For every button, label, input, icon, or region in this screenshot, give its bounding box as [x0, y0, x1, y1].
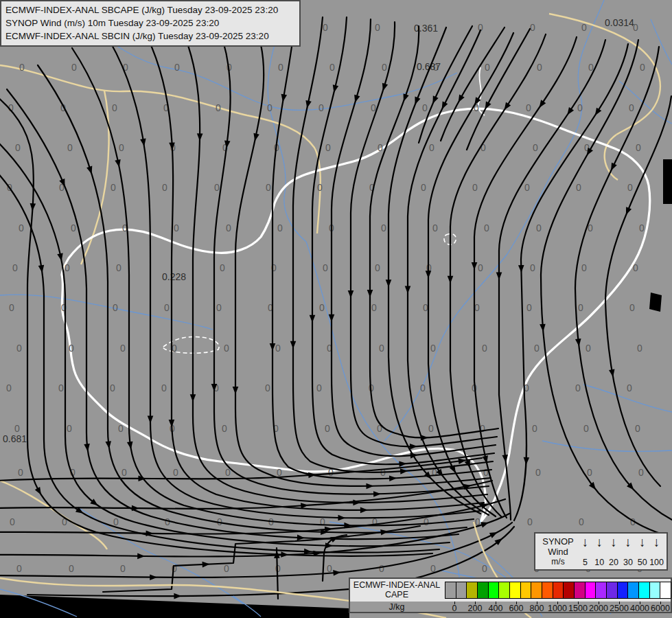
grid-value-zero: 0: [421, 182, 426, 193]
grid-value-zero: 0: [226, 222, 231, 233]
cape-legend-param: CAPE: [350, 590, 443, 599]
river: [651, 19, 672, 65]
streamline-arrowhead: [367, 290, 373, 297]
cape-color-cell: [617, 582, 629, 599]
grid-value-zero: 0: [71, 222, 76, 233]
streamline-arrowhead: [400, 468, 408, 474]
country-border: [0, 481, 107, 549]
grid-value-zero: 0: [67, 142, 73, 153]
grid-value-zero: 0: [537, 62, 542, 73]
grid-value-zero: 0: [121, 467, 127, 478]
grid-value-zero: 0: [120, 563, 126, 574]
synop-speed-scale: ↓5↓10↓20↓30↓50↓100: [578, 535, 664, 568]
grid-value-zero: 0: [174, 62, 180, 73]
grid-value-zero: 0: [429, 142, 435, 153]
grid-value-zero: 0: [118, 423, 124, 434]
synop-legend-title: SYNOP: [542, 536, 574, 547]
synop-legend-subtitle: Wind: [548, 547, 568, 557]
synop-speed-value: 5: [583, 558, 588, 567]
grid-value-zero: 0: [216, 102, 221, 113]
streamline-arrowhead: [426, 271, 432, 278]
grid-value-zero: 0: [375, 262, 380, 273]
synop-speed-item: ↓100: [649, 535, 664, 568]
grid-value-zero: 0: [420, 382, 426, 393]
grid-value-zero: 0: [173, 467, 178, 478]
grid-value-zero: 0: [265, 382, 270, 393]
grid-value-zero: 0: [586, 343, 591, 354]
grid-value-zero: 0: [635, 423, 640, 434]
grid-value-zero: 0: [10, 516, 15, 527]
cape-color-cell: [649, 582, 661, 599]
grid-value-decimal: 0.0314: [605, 17, 634, 28]
synop-speed-item: ↓50: [635, 535, 649, 568]
cape-color-cell: [553, 582, 564, 599]
streamline-arrowhead: [518, 265, 524, 273]
streamline-arrowhead: [348, 290, 354, 298]
grid-value-zero: 0: [530, 262, 535, 273]
streamline-arrowhead: [310, 315, 316, 323]
grid-value-zero: 0: [633, 262, 638, 273]
synop-speed-value: 50: [638, 558, 647, 567]
streamline-arrowhead: [202, 561, 210, 567]
grid-value-zero: 0: [266, 182, 271, 193]
streamline-arrowhead: [448, 276, 454, 284]
grid-value-zero: 0: [16, 563, 22, 574]
synop-wind-legend: SYNOP Wind m/s ↓5↓10↓20↓30↓50↓100: [534, 532, 668, 571]
grid-value-zero: 0: [120, 343, 126, 354]
streamline-arrowhead: [496, 273, 502, 280]
streamline-arrowhead: [430, 95, 438, 105]
cape-color-cell: [520, 582, 532, 599]
streamline-arrowhead: [575, 339, 582, 347]
streamline-arrowhead: [325, 542, 333, 549]
grid-value-zero: 0: [378, 142, 383, 153]
grid-value-zero: 0: [482, 343, 487, 354]
cape-color-cell: [542, 582, 553, 599]
wind-streamline: [467, 29, 530, 150]
grid-value-zero: 0: [216, 302, 222, 313]
grid-value-zero: 0: [587, 467, 592, 478]
streamline-arrowhead: [421, 435, 428, 441]
grid-value-zero: 0: [164, 302, 170, 313]
cape-tick-label: 1000: [548, 604, 567, 613]
streamline-arrowhead: [137, 553, 145, 560]
grid-value-zero: 0: [317, 182, 323, 193]
cape-color-cell: [488, 582, 500, 599]
map-edge-void: [663, 159, 672, 204]
streamline-arrowhead: [410, 444, 417, 450]
cape-tick-label: 800: [530, 604, 544, 613]
cape-color-legend: ECMWF-INDEX-ANAL CAPE J/kg 0200400600800…: [349, 577, 672, 613]
grid-value-zero: 0: [578, 302, 583, 313]
grid-value-zero: 0: [325, 423, 330, 434]
cape-color-cell: [498, 582, 510, 599]
grid-value-zero: 0: [379, 343, 384, 354]
cape-tick-label: 2000: [589, 604, 608, 613]
cape-tick-label: 200: [468, 604, 483, 613]
grid-value-zero: 0: [222, 423, 227, 434]
grid-value-zero: 0: [67, 423, 72, 434]
weather-map-screen: 0000000000000000000000000000000000000000…: [0, 0, 672, 618]
map-title-panel: ECMWF-INDEX-ANAL SBCAPE (J/kg) Tuesday 2…: [0, 0, 301, 47]
grid-value-zero: 0: [579, 516, 584, 527]
cape-color-cell: [606, 582, 618, 599]
wind-streamline: [541, 40, 662, 534]
grid-value-decimal: 0.228: [162, 271, 186, 282]
streamline-arrowhead: [174, 593, 181, 599]
grid-value-zero: 0: [111, 182, 116, 193]
streamline-arrowhead: [86, 166, 94, 175]
wind-arrow-icon: ↓: [596, 536, 603, 549]
streamline-arrowhead: [190, 394, 196, 402]
grid-value-zero: 0: [224, 343, 229, 354]
grid-value-zero: 0: [432, 222, 438, 233]
wind-arrow-icon: ↓: [610, 536, 617, 549]
streamline-arrowhead: [150, 574, 157, 580]
wind-arrow-icon: ↓: [582, 536, 589, 549]
synop-legend-units: m/s: [551, 557, 564, 567]
grid-value-zero: 0: [532, 423, 537, 434]
cape-color-cell: [574, 582, 586, 599]
streamline-arrowhead: [399, 461, 407, 467]
streamline-arrowhead: [456, 94, 465, 104]
cape-tick-label: 1500: [568, 604, 588, 613]
grid-value-zero: 0: [319, 302, 325, 313]
grid-value-zero: 0: [478, 262, 483, 273]
synop-speed-item: ↓20: [607, 535, 621, 568]
